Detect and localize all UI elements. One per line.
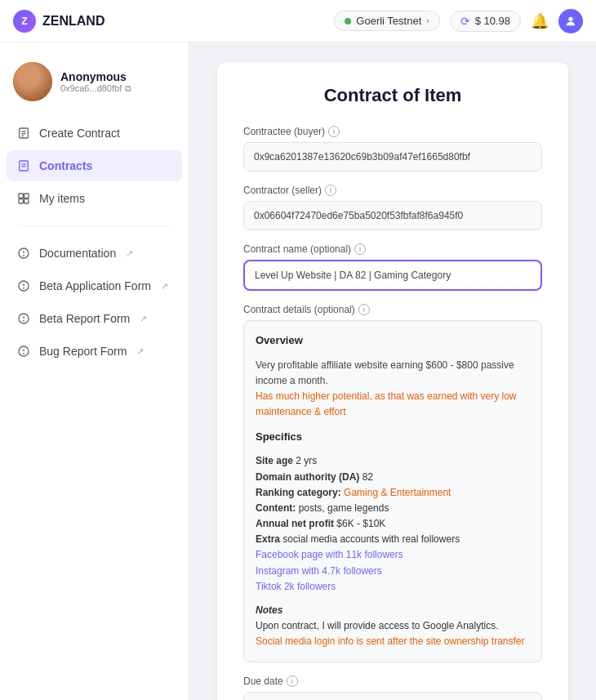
contract-details-field: Contract details (optional) i Overview V…: [243, 304, 542, 662]
content: Content: posts, game legends: [256, 501, 530, 516]
sidebar-item-documentation[interactable]: Documentation ↗: [7, 238, 182, 269]
network-status-dot: [345, 18, 351, 25]
contractee-value: 0x9ca6201387e13620c69b3b09af47ef1665d80f…: [243, 142, 542, 172]
external-link-icon: ↗: [136, 346, 144, 357]
site-age: Site age 2 yrs: [256, 453, 530, 469]
instagram-link[interactable]: Instagram with 4.7k followers: [256, 564, 530, 579]
bug-report-icon: [16, 344, 31, 359]
ranking-category: Ranking category: Gaming & Entertainment: [256, 485, 530, 501]
sidebar-nav: Create Contract Contracts My items Doc: [0, 118, 189, 367]
notes-line2: Social media login info is sent after th…: [256, 634, 530, 649]
app-logo: Z ZENLAND: [13, 10, 105, 33]
beta-report-icon: [16, 311, 31, 326]
specifics-title: Specifics: [256, 429, 530, 446]
sidebar-divider: [20, 225, 169, 226]
sidebar-item-label: My items: [39, 192, 85, 205]
sidebar-item-beta-application[interactable]: Beta Application Form ↗: [7, 270, 182, 301]
contractor-info-icon[interactable]: i: [325, 185, 336, 196]
create-contract-icon: [16, 126, 31, 140]
beta-application-icon: [16, 279, 31, 293]
external-link-icon: ↗: [140, 314, 147, 324]
sidebar-item-label: Documentation: [39, 247, 116, 260]
user-info: Anonymous 0x9ca6...d80fbf ⧉: [60, 70, 131, 94]
copy-address-icon[interactable]: ⧉: [125, 83, 131, 94]
annual-net: Annual net profit $6K - $10K: [256, 516, 530, 532]
contract-details-label: Contract details (optional) i: [243, 304, 542, 315]
due-date-field: Due date i 20.12.2022 04:34: [243, 675, 542, 700]
sidebar-item-label: Bug Report Form: [39, 345, 127, 358]
user-avatar-icon[interactable]: [558, 9, 583, 33]
svg-rect-10: [19, 199, 23, 203]
svg-rect-9: [24, 194, 29, 198]
domain-authority: Domain authority (DA) 82: [256, 470, 530, 485]
svg-point-0: [568, 16, 572, 20]
svg-rect-8: [19, 194, 23, 198]
contracts-icon: [16, 158, 31, 173]
network-name: Goerli Testnet: [356, 15, 421, 27]
svg-point-17: [24, 288, 24, 288]
notifications-icon[interactable]: 🔔: [531, 12, 549, 30]
my-items-icon: [16, 191, 31, 206]
svg-point-23: [24, 353, 24, 354]
notes-line1: Upon contract, I will provide access to …: [256, 618, 530, 634]
external-link-icon: ↗: [126, 248, 133, 259]
avatar: [13, 62, 52, 101]
sidebar-user-profile: Anonymous 0x9ca6...d80fbf ⧉: [0, 56, 189, 118]
documentation-icon: [16, 246, 31, 261]
sidebar-item-label: Beta Application Form: [39, 279, 151, 292]
logo-text: ZENLAND: [42, 14, 105, 29]
contract-card: Contract of Item Contractee (buyer) i 0x…: [217, 62, 568, 700]
overview-note: Has much higher potential, as that was e…: [256, 389, 530, 420]
due-date-value: 20.12.2022 04:34: [243, 692, 542, 700]
svg-point-20: [24, 320, 24, 321]
avatar-image: [13, 62, 52, 101]
contractor-label: Contractor (seller) i: [243, 185, 542, 196]
contract-name-label: Contract name (optional) i: [243, 243, 542, 255]
chevron-down-icon: ›: [426, 16, 429, 25]
due-date-info-icon[interactable]: i: [287, 675, 298, 687]
topnav-right: Goerli Testnet › ⟳ $ 10.98 🔔: [334, 9, 583, 33]
topnav: Z ZENLAND Goerli Testnet › ⟳ $ 10.98 🔔: [0, 0, 596, 42]
sidebar-item-label: Create Contract: [39, 127, 120, 140]
facebook-link[interactable]: Facebook page with 11k followers: [256, 547, 530, 563]
svg-rect-11: [24, 199, 29, 203]
balance-value: $ 10.98: [475, 15, 510, 27]
sidebar-item-beta-report[interactable]: Beta Report Form ↗: [7, 303, 182, 334]
sidebar-item-label: Contracts: [39, 159, 92, 172]
svg-point-14: [24, 255, 24, 256]
contract-name-field: Contract name (optional) i Level Up Webs…: [243, 243, 542, 291]
notes-title: Notes: [256, 603, 530, 618]
contract-name-info-icon[interactable]: i: [354, 243, 366, 255]
tiktok-link[interactable]: Tiktok 2k followers: [256, 579, 530, 595]
main-content: Contract of Item Contractee (buyer) i 0x…: [189, 42, 596, 700]
main-layout: Anonymous 0x9ca6...d80fbf ⧉ Create Contr…: [0, 42, 596, 700]
contractor-field: Contractor (seller) i 0x06604f72470ed6e7…: [243, 185, 542, 230]
sidebar-item-my-items[interactable]: My items: [7, 183, 182, 214]
contract-details-info-icon[interactable]: i: [358, 304, 370, 315]
sidebar-item-create-contract[interactable]: Create Contract: [7, 118, 182, 149]
network-selector[interactable]: Goerli Testnet ›: [334, 11, 439, 31]
contract-details-value: Overview Very profitable affiliate websi…: [243, 320, 542, 662]
user-name: Anonymous: [60, 70, 131, 83]
logo-icon: Z: [13, 10, 36, 33]
extra: Extra social media accounts with real fo…: [256, 532, 530, 547]
refresh-icon[interactable]: ⟳: [460, 15, 470, 28]
card-title: Contract of Item: [243, 85, 542, 106]
contract-name-value[interactable]: Level Up Website | DA 82 | Gaming Catego…: [243, 260, 542, 291]
overview-title: Overview: [256, 332, 530, 350]
sidebar: Anonymous 0x9ca6...d80fbf ⧉ Create Contr…: [0, 42, 189, 700]
contractor-value: 0x06604f72470ed6e75ba5020f53fbfaf8f6a945…: [243, 201, 542, 230]
contractee-info-icon[interactable]: i: [328, 126, 340, 137]
contractee-label: Contractee (buyer) i: [243, 126, 542, 137]
overview-text: Very profitable affiliate website earnin…: [256, 358, 530, 389]
sidebar-item-label: Beta Report Form: [39, 312, 130, 325]
contractee-field: Contractee (buyer) i 0x9ca6201387e13620c…: [243, 126, 542, 172]
sidebar-item-contracts[interactable]: Contracts: [7, 150, 182, 181]
balance-display: ⟳ $ 10.98: [450, 11, 521, 32]
user-address: 0x9ca6...d80fbf ⧉: [60, 83, 131, 94]
external-link-icon: ↗: [161, 281, 168, 292]
due-date-label: Due date i: [243, 675, 542, 687]
sidebar-item-bug-report[interactable]: Bug Report Form ↗: [7, 336, 182, 367]
